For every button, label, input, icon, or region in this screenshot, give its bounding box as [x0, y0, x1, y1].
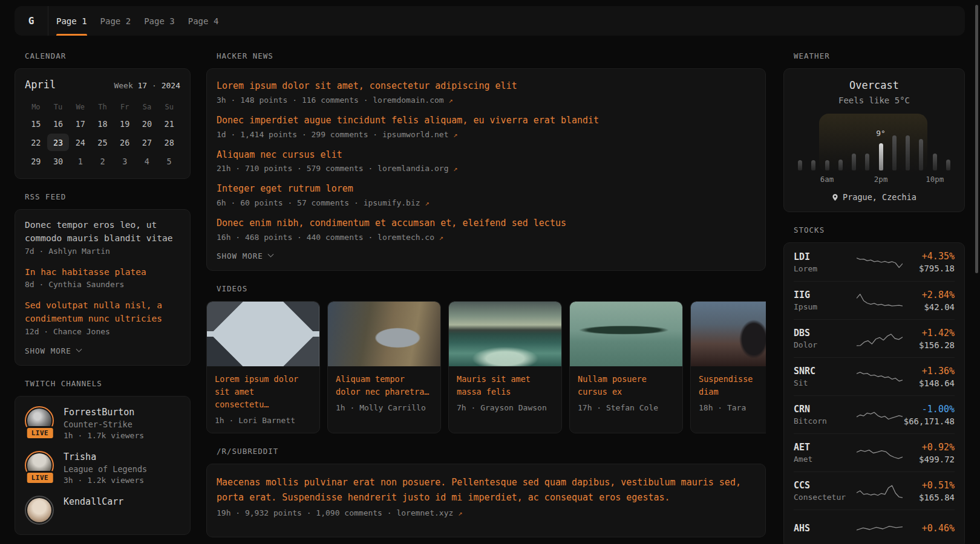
calendar-day: 27: [136, 134, 158, 151]
weather-bar-slot: [919, 118, 923, 170]
weather-highlight-label: 9°: [876, 129, 886, 138]
hn-meta-text: 6h · 60 points · 57 comments · ipsumify.…: [217, 198, 420, 207]
calendar-day-header: Th: [91, 100, 114, 114]
stock-row[interactable]: SNRC Sit +1.36% $148.64: [794, 357, 955, 395]
stock-row[interactable]: AET Amet +0.92% $499.72: [794, 433, 955, 471]
weather-location: Prague, Czechia: [794, 192, 955, 202]
twitch-channel[interactable]: LIVE KendallCarr: [25, 496, 180, 525]
subreddit-post: Maecenas mollis pulvinar erat non posuer…: [217, 475, 756, 517]
rss-item: Donec tempor eros leo, ut commodo mauris…: [25, 219, 180, 256]
stock-change: -1.00%: [903, 404, 955, 415]
rss-item-title[interactable]: Sed volutpat nulla nisl, a condimentum n…: [25, 299, 180, 326]
channel-info: ForrestBurton Counter-Strike 1h · 1.7k v…: [64, 406, 144, 440]
weather-bar: [825, 160, 829, 170]
video-card[interactable]: Mauris sit amet massa felis 7h · Grayson…: [448, 301, 562, 433]
tab-page-3[interactable]: Page 3: [144, 6, 175, 36]
stock-name: Lorem: [794, 264, 857, 273]
stock-row[interactable]: LDI Lorem +4.35% $795.18: [794, 243, 955, 281]
stock-id: IIG Ipsum: [794, 290, 857, 311]
subreddit-section-title: /R/SUBREDDIT: [217, 447, 766, 456]
avatar: LIVE: [25, 496, 55, 525]
channel-viewers: 3h · 1.2k viewers: [64, 476, 147, 485]
hn-story-title[interactable]: Donec imperdiet augue tincidunt felis al…: [217, 114, 756, 128]
video-card[interactable]: Suspendisse diam 18h · Tara: [690, 301, 766, 433]
calendar-day: 28: [158, 134, 180, 151]
weather-bar-slot: [838, 118, 843, 170]
calendar-day: 17: [69, 115, 91, 132]
twitch-channel[interactable]: LIVE ForrestBurton Counter-Strike 1h · 1…: [25, 406, 180, 440]
video-thumbnail[interactable]: [207, 302, 319, 366]
hn-story-title[interactable]: Aliquam nec cursus elit: [217, 149, 756, 162]
rss-item-meta: 12d · Chance Jones: [25, 327, 180, 336]
channel-name[interactable]: KendallCarr: [64, 496, 123, 507]
video-thumbnail[interactable]: [691, 302, 766, 366]
video-title[interactable]: Nullam posuere cursus ex: [578, 373, 675, 398]
stock-sparkline: [857, 520, 903, 538]
hn-story-title[interactable]: Donec enim nibh, condimentum et accumsan…: [217, 217, 756, 230]
tab-page-1[interactable]: Page 1: [56, 6, 87, 36]
video-card[interactable]: Aliquam tempor dolor nec pharetra… 1h · …: [327, 301, 441, 433]
rss-card: Donec tempor eros leo, ut commodo mauris…: [15, 209, 191, 366]
calendar-week-info: Week 17 · 2024: [114, 81, 180, 90]
tab-page-2[interactable]: Page 2: [100, 6, 131, 36]
stock-sparkline: [857, 253, 903, 271]
video-card[interactable]: Nullam posuere cursus ex 17h · Stefan Co…: [569, 301, 683, 433]
subreddit-meta-text: 19h · 9,932 points · 1,090 comments · lo…: [217, 508, 453, 517]
weather-section-title: WEATHER: [794, 51, 965, 60]
avatar: LIVE: [25, 406, 55, 435]
video-thumbnail[interactable]: [449, 302, 561, 366]
video-title[interactable]: Lorem ipsum dolor sit amet consectetu…: [215, 373, 312, 411]
channel-game[interactable]: Counter-Strike: [64, 419, 144, 429]
video-title[interactable]: Aliquam tempor dolor nec pharetra…: [336, 373, 433, 398]
stock-row[interactable]: AHS +0.46%: [794, 510, 955, 544]
rss-item-title[interactable]: In hac habitasse platea: [25, 266, 180, 279]
hn-show-more-button[interactable]: SHOW MORE: [217, 251, 756, 261]
stocks-section-title: STOCKS: [794, 225, 965, 235]
weather-bar: [946, 160, 950, 170]
twitch-channel[interactable]: LIVE Trisha League of Legends 3h · 1.2k …: [25, 451, 180, 485]
rss-item-title[interactable]: Donec tempor eros leo, ut commodo mauris…: [25, 219, 180, 245]
calendar-day-header: Sa: [136, 100, 158, 114]
video-title[interactable]: Mauris sit amet massa felis: [457, 373, 554, 398]
hn-story-title[interactable]: Lorem ipsum dolor sit amet, consectetur …: [217, 80, 756, 93]
stock-row[interactable]: IIG Ipsum +2.84% $42.04: [794, 281, 955, 319]
channel-info: KendallCarr: [64, 496, 123, 509]
channel-game[interactable]: League of Legends: [64, 464, 147, 474]
video-thumbnail[interactable]: [328, 302, 440, 366]
stock-id: LDI Lorem: [794, 251, 857, 273]
calendar-day-header: We: [69, 100, 91, 114]
avatar-image: [27, 498, 51, 522]
dashboard: CALENDAR April Week 17 · 2024 Mo Tu We T…: [15, 51, 965, 544]
calendar-year: 2024: [162, 81, 180, 90]
external-link-icon: ↗: [449, 96, 453, 105]
hn-story-title[interactable]: Integer eget rutrum lorem: [217, 183, 756, 196]
stock-row[interactable]: DBS Dolor +1.42% $156.28: [794, 319, 955, 357]
channel-name[interactable]: Trisha: [64, 452, 147, 462]
stock-sparkline: [857, 329, 903, 348]
video-thumbnail[interactable]: [570, 302, 682, 366]
video-title[interactable]: Suspendisse diam: [699, 373, 766, 398]
weather-time-label: 6am: [820, 175, 834, 184]
stock-row[interactable]: CCS Consectetur +0.51% $165.84: [794, 471, 955, 510]
channel-name[interactable]: ForrestBurton: [64, 407, 144, 418]
video-card-body: Mauris sit amet massa felis 7h · Grayson…: [449, 366, 561, 420]
weather-bar-slot: [811, 118, 815, 170]
tab-page-4[interactable]: Page 4: [188, 6, 219, 36]
external-link-icon: ↗: [453, 131, 457, 139]
video-card[interactable]: Lorem ipsum dolor sit amet consectetu… 1…: [206, 301, 320, 433]
hacker-news-card: Lorem ipsum dolor sit amet, consectetur …: [206, 68, 766, 271]
hn-meta-text: 3h · 148 points · 116 comments · loremdo…: [217, 96, 444, 105]
location-pin-icon: [832, 193, 838, 201]
scrollbar[interactable]: [975, 5, 978, 273]
stock-change: +0.46%: [903, 523, 955, 534]
stock-sparkline: [857, 444, 903, 462]
logo[interactable]: G: [15, 6, 48, 36]
middle-column: HACKER NEWS Lorem ipsum dolor sit amet, …: [206, 51, 766, 537]
hn-meta-text: 21h · 710 points · 579 comments · loreml…: [217, 164, 449, 173]
stock-row[interactable]: CRN Bitcorn -1.00% $66,171.48: [794, 395, 955, 433]
subreddit-post-title[interactable]: Maecenas mollis pulvinar erat non posuer…: [217, 475, 756, 506]
video-meta: 1h · Molly Carrillo: [336, 403, 433, 412]
videos-widget: VIDEOS Lorem ipsum dolor sit amet consec…: [206, 284, 766, 433]
hn-story-meta: 6h · 60 points · 57 comments · ipsumify.…: [217, 198, 756, 207]
rss-show-more-button[interactable]: SHOW MORE: [25, 346, 180, 355]
